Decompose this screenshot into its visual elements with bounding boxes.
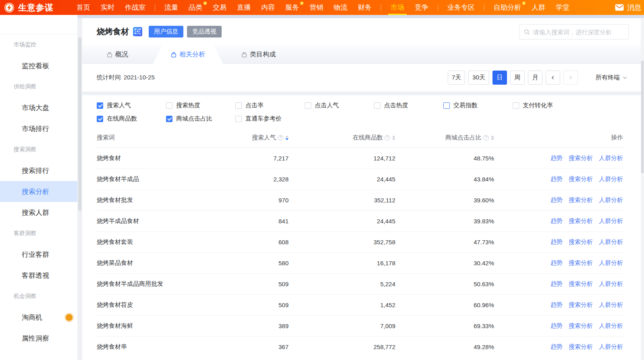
action-search-analysis-link[interactable]: 搜索分析 bbox=[569, 238, 593, 246]
metric-checkbox-1-0[interactable]: 在线商品数 bbox=[97, 115, 166, 123]
metric-checkbox-0-1[interactable]: 搜索热度 bbox=[166, 102, 235, 109]
action-trend-link[interactable]: 趋势 bbox=[551, 301, 563, 309]
sidebar-item-4-0[interactable]: 淘商机 bbox=[0, 307, 77, 328]
sort-control[interactable] bbox=[285, 135, 289, 140]
action-trend-link[interactable]: 趋势 bbox=[551, 175, 563, 183]
action-trend-link[interactable]: 趋势 bbox=[551, 280, 563, 288]
nav-item-15[interactable]: 自助分析 bbox=[488, 0, 526, 15]
checkbox-checked-icon[interactable] bbox=[97, 102, 103, 109]
metric-checkbox-1-1[interactable]: 商城点击占比 bbox=[166, 115, 235, 123]
metric-checkbox-0-0[interactable]: 搜索人气 bbox=[97, 102, 166, 109]
metric-checkbox-0-6[interactable]: 支付转化率 bbox=[513, 102, 582, 109]
nav-item-14[interactable]: 业务专区 bbox=[442, 0, 480, 15]
sidebar-item-2-1[interactable]: 搜索分析 bbox=[0, 181, 77, 202]
metric-checkbox-0-2[interactable]: 点击率 bbox=[235, 102, 305, 109]
user-info-button[interactable]: 用户信息 bbox=[149, 26, 183, 37]
action-crowd-analysis-link[interactable]: 人群分析 bbox=[599, 175, 623, 183]
action-crowd-analysis-link[interactable]: 人群分析 bbox=[599, 322, 623, 330]
nav-item-9[interactable]: 营销 bbox=[304, 0, 328, 15]
sort-asc-icon[interactable] bbox=[285, 135, 289, 137]
action-search-analysis-link[interactable]: 搜索分析 bbox=[569, 259, 593, 267]
next-period-button[interactable] bbox=[563, 71, 578, 85]
brand[interactable]: 生意参谋 bbox=[4, 2, 54, 13]
nav-item-17[interactable]: 学堂 bbox=[551, 0, 575, 15]
sidebar-item-1-1[interactable]: 市场排行 bbox=[0, 118, 77, 139]
messages-entry[interactable]: 消息 bbox=[615, 0, 642, 15]
nav-item-8[interactable]: 服务 bbox=[280, 0, 304, 15]
tab-overview[interactable]: 概况 bbox=[82, 45, 153, 64]
action-search-analysis-link[interactable]: 搜索分析 bbox=[569, 175, 593, 183]
col-header-2[interactable]: 在线商品数? bbox=[289, 134, 395, 142]
nav-item-10[interactable]: 物流 bbox=[328, 0, 353, 15]
sidebar-item-0-0[interactable]: 监控看板 bbox=[0, 55, 77, 76]
checkbox-unchecked-icon[interactable] bbox=[166, 102, 172, 109]
tab-category-composition[interactable]: 类目构成 bbox=[223, 45, 294, 64]
checkbox-unchecked-icon[interactable] bbox=[235, 102, 242, 109]
nav-item-11[interactable]: 财务 bbox=[353, 0, 377, 15]
action-trend-link[interactable]: 趋势 bbox=[551, 217, 563, 225]
sidebar-item-4-1[interactable]: 属性洞察 bbox=[0, 328, 77, 349]
action-search-analysis-link[interactable]: 搜索分析 bbox=[569, 322, 593, 330]
range-button-3[interactable]: 周 bbox=[510, 71, 525, 85]
range-button-2[interactable]: 日 bbox=[492, 71, 507, 85]
sidebar-item-1-0[interactable]: 市场大盘 bbox=[0, 97, 77, 118]
checkbox-unchecked-icon[interactable] bbox=[374, 102, 380, 109]
action-trend-link[interactable]: 趋势 bbox=[551, 154, 563, 162]
nav-item-4[interactable]: 品类 bbox=[183, 0, 208, 15]
sidebar-item-3-1[interactable]: 客群透视 bbox=[0, 265, 77, 286]
action-crowd-analysis-link[interactable]: 人群分析 bbox=[599, 238, 623, 246]
search-input[interactable] bbox=[533, 29, 628, 35]
competitor-insight-button[interactable]: 竞品透视 bbox=[187, 26, 222, 37]
nav-item-12[interactable]: 市场 bbox=[385, 0, 409, 15]
sidebar-item-2-2[interactable]: 搜索人群 bbox=[0, 202, 77, 223]
metric-checkbox-0-3[interactable]: 点击人气 bbox=[305, 102, 374, 109]
sidebar-scrollbar-thumb[interactable] bbox=[78, 37, 81, 211]
range-button-4[interactable]: 月 bbox=[528, 71, 542, 85]
sidebar-item-2-0[interactable]: 搜索排行 bbox=[0, 160, 77, 181]
action-crowd-analysis-link[interactable]: 人群分析 bbox=[599, 217, 623, 225]
action-crowd-analysis-link[interactable]: 人群分析 bbox=[599, 343, 623, 351]
terminal-select[interactable]: 所有终端 bbox=[596, 74, 627, 81]
sidebar-item-3-0[interactable]: 行业客群 bbox=[0, 244, 77, 265]
action-trend-link[interactable]: 趋势 bbox=[551, 322, 563, 330]
nav-item-5[interactable]: 交易 bbox=[208, 0, 232, 15]
checkbox-unchecked-icon[interactable] bbox=[443, 102, 450, 109]
help-icon[interactable]: ? bbox=[483, 135, 489, 141]
action-search-analysis-link[interactable]: 搜索分析 bbox=[569, 301, 593, 309]
sort-desc-icon[interactable] bbox=[285, 138, 289, 140]
action-search-analysis-link[interactable]: 搜索分析 bbox=[569, 343, 593, 351]
col-header-1[interactable]: 搜索人气? bbox=[196, 134, 289, 142]
checkbox-unchecked-icon[interactable] bbox=[513, 102, 519, 109]
sort-asc-icon[interactable] bbox=[491, 135, 494, 137]
action-crowd-analysis-link[interactable]: 人群分析 bbox=[599, 280, 623, 288]
action-crowd-analysis-link[interactable]: 人群分析 bbox=[599, 196, 623, 204]
nav-item-0[interactable]: 首页 bbox=[71, 0, 96, 15]
nav-item-3[interactable]: 流量 bbox=[159, 0, 183, 15]
action-search-analysis-link[interactable]: 搜索分析 bbox=[569, 196, 593, 204]
sort-desc-icon[interactable] bbox=[491, 138, 494, 140]
sort-desc-icon[interactable] bbox=[392, 138, 395, 140]
nav-item-7[interactable]: 内容 bbox=[256, 0, 280, 15]
nav-item-13[interactable]: 竞争 bbox=[409, 0, 434, 15]
sort-asc-icon[interactable] bbox=[392, 135, 395, 137]
action-crowd-analysis-link[interactable]: 人群分析 bbox=[599, 154, 623, 162]
action-trend-link[interactable]: 趋势 bbox=[551, 196, 563, 204]
action-crowd-analysis-link[interactable]: 人群分析 bbox=[599, 301, 623, 309]
page-scrollbar-thumb[interactable] bbox=[641, 60, 644, 173]
action-trend-link[interactable]: 趋势 bbox=[551, 238, 563, 246]
checkbox-checked-icon[interactable] bbox=[97, 116, 103, 122]
action-trend-link[interactable]: 趋势 bbox=[551, 259, 563, 267]
range-button-1[interactable]: 30天 bbox=[468, 71, 489, 85]
nav-item-2[interactable]: 作战室 bbox=[120, 0, 151, 15]
checkbox-checked-icon[interactable] bbox=[166, 116, 172, 122]
metric-checkbox-1-2[interactable]: 直通车参考价 bbox=[235, 115, 305, 123]
help-icon[interactable]: ? bbox=[278, 135, 283, 141]
nav-item-6[interactable]: 直播 bbox=[232, 0, 256, 15]
checkbox-unchecked-icon[interactable] bbox=[235, 116, 242, 122]
tab-related-analysis[interactable]: 相关分析 bbox=[153, 45, 223, 64]
action-search-analysis-link[interactable]: 搜索分析 bbox=[569, 280, 593, 288]
col-header-3[interactable]: 商城点击占比? bbox=[395, 134, 494, 142]
sort-control[interactable] bbox=[491, 135, 494, 140]
prev-period-button[interactable] bbox=[546, 71, 560, 85]
nav-item-1[interactable]: 实时 bbox=[96, 0, 120, 15]
